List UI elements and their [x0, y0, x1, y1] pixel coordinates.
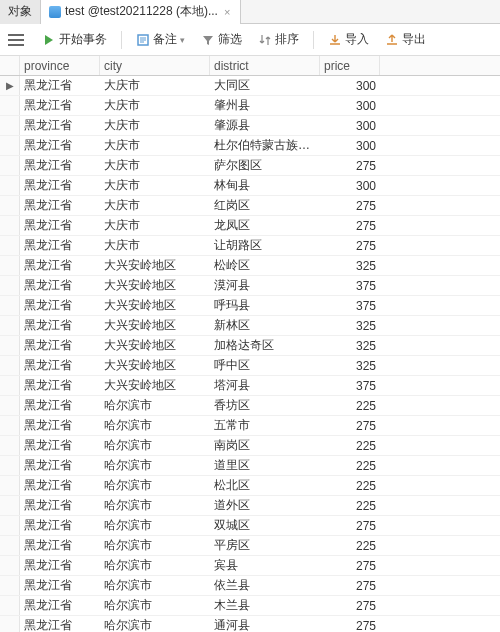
- cell-district[interactable]: 香坊区: [210, 397, 320, 414]
- cell-price[interactable]: 300: [320, 139, 380, 153]
- table-row[interactable]: 黑龙江省大兴安岭地区松岭区325: [0, 256, 500, 276]
- cell-province[interactable]: 黑龙江省: [20, 417, 100, 434]
- import-button[interactable]: 导入: [322, 28, 375, 51]
- cell-city[interactable]: 哈尔滨市: [100, 437, 210, 454]
- table-row[interactable]: 黑龙江省哈尔滨市依兰县275: [0, 576, 500, 596]
- cell-price[interactable]: 225: [320, 499, 380, 513]
- table-row[interactable]: 黑龙江省大兴安岭地区新林区325: [0, 316, 500, 336]
- table-row[interactable]: 黑龙江省哈尔滨市双城区275: [0, 516, 500, 536]
- cell-city[interactable]: 哈尔滨市: [100, 397, 210, 414]
- cell-city[interactable]: 大兴安岭地区: [100, 317, 210, 334]
- cell-district[interactable]: 新林区: [210, 317, 320, 334]
- cell-district[interactable]: 宾县: [210, 557, 320, 574]
- cell-province[interactable]: 黑龙江省: [20, 377, 100, 394]
- tab-objects[interactable]: 对象: [0, 0, 41, 24]
- cell-city[interactable]: 大兴安岭地区: [100, 297, 210, 314]
- cell-district[interactable]: 肇源县: [210, 117, 320, 134]
- table-row[interactable]: 黑龙江省哈尔滨市香坊区225: [0, 396, 500, 416]
- cell-city[interactable]: 大庆市: [100, 157, 210, 174]
- cell-province[interactable]: 黑龙江省: [20, 437, 100, 454]
- close-icon[interactable]: ×: [222, 6, 232, 18]
- cell-province[interactable]: 黑龙江省: [20, 197, 100, 214]
- cell-price[interactable]: 275: [320, 519, 380, 533]
- cell-price[interactable]: 300: [320, 79, 380, 93]
- cell-city[interactable]: 大庆市: [100, 137, 210, 154]
- cell-district[interactable]: 通河县: [210, 617, 320, 632]
- cell-price[interactable]: 325: [320, 359, 380, 373]
- table-row[interactable]: 黑龙江省大庆市肇州县300: [0, 96, 500, 116]
- table-row[interactable]: 黑龙江省大兴安岭地区漠河县375: [0, 276, 500, 296]
- cell-district[interactable]: 让胡路区: [210, 237, 320, 254]
- cell-province[interactable]: 黑龙江省: [20, 137, 100, 154]
- cell-price[interactable]: 375: [320, 299, 380, 313]
- cell-province[interactable]: 黑龙江省: [20, 557, 100, 574]
- cell-price[interactable]: 275: [320, 619, 380, 633]
- table-row[interactable]: 黑龙江省大庆市肇源县300: [0, 116, 500, 136]
- tab-table[interactable]: test @test20211228 (本地)... ×: [41, 0, 241, 24]
- table-row[interactable]: 黑龙江省哈尔滨市宾县275: [0, 556, 500, 576]
- cell-city[interactable]: 大庆市: [100, 217, 210, 234]
- cell-province[interactable]: 黑龙江省: [20, 497, 100, 514]
- table-row[interactable]: 黑龙江省大兴安岭地区呼玛县375: [0, 296, 500, 316]
- cell-city[interactable]: 大庆市: [100, 77, 210, 94]
- table-row[interactable]: 黑龙江省哈尔滨市南岗区225: [0, 436, 500, 456]
- cell-city[interactable]: 大庆市: [100, 237, 210, 254]
- cell-city[interactable]: 大兴安岭地区: [100, 337, 210, 354]
- cell-price[interactable]: 375: [320, 379, 380, 393]
- cell-district[interactable]: 龙凤区: [210, 217, 320, 234]
- cell-district[interactable]: 杜尔伯特蒙古族自治县: [210, 137, 320, 154]
- begin-transaction-button[interactable]: 开始事务: [36, 28, 113, 51]
- cell-district[interactable]: 道里区: [210, 457, 320, 474]
- menu-icon[interactable]: [8, 34, 24, 46]
- cell-city[interactable]: 哈尔滨市: [100, 457, 210, 474]
- cell-price[interactable]: 275: [320, 579, 380, 593]
- cell-province[interactable]: 黑龙江省: [20, 97, 100, 114]
- cell-district[interactable]: 五常市: [210, 417, 320, 434]
- column-header-province[interactable]: province: [20, 56, 100, 75]
- cell-province[interactable]: 黑龙江省: [20, 477, 100, 494]
- table-row[interactable]: 黑龙江省哈尔滨市通河县275: [0, 616, 500, 632]
- cell-price[interactable]: 325: [320, 259, 380, 273]
- cell-district[interactable]: 南岗区: [210, 437, 320, 454]
- cell-city[interactable]: 哈尔滨市: [100, 577, 210, 594]
- table-row[interactable]: 黑龙江省哈尔滨市五常市275: [0, 416, 500, 436]
- table-row[interactable]: 黑龙江省大庆市红岗区275: [0, 196, 500, 216]
- cell-price[interactable]: 375: [320, 279, 380, 293]
- cell-price[interactable]: 225: [320, 439, 380, 453]
- cell-district[interactable]: 松北区: [210, 477, 320, 494]
- column-header-price[interactable]: price: [320, 56, 380, 75]
- cell-price[interactable]: 225: [320, 399, 380, 413]
- cell-district[interactable]: 松岭区: [210, 257, 320, 274]
- cell-district[interactable]: 漠河县: [210, 277, 320, 294]
- cell-district[interactable]: 木兰县: [210, 597, 320, 614]
- cell-price[interactable]: 225: [320, 479, 380, 493]
- cell-price[interactable]: 325: [320, 319, 380, 333]
- cell-price[interactable]: 275: [320, 599, 380, 613]
- cell-district[interactable]: 肇州县: [210, 97, 320, 114]
- cell-province[interactable]: 黑龙江省: [20, 337, 100, 354]
- cell-price[interactable]: 275: [320, 199, 380, 213]
- table-row[interactable]: 黑龙江省哈尔滨市道里区225: [0, 456, 500, 476]
- table-row[interactable]: 黑龙江省大庆市萨尔图区275: [0, 156, 500, 176]
- table-row[interactable]: 黑龙江省大兴安岭地区加格达奇区325: [0, 336, 500, 356]
- cell-province[interactable]: 黑龙江省: [20, 177, 100, 194]
- cell-city[interactable]: 大兴安岭地区: [100, 357, 210, 374]
- cell-price[interactable]: 275: [320, 559, 380, 573]
- cell-province[interactable]: 黑龙江省: [20, 617, 100, 632]
- filter-button[interactable]: 筛选: [195, 28, 248, 51]
- cell-district[interactable]: 呼中区: [210, 357, 320, 374]
- cell-district[interactable]: 加格达奇区: [210, 337, 320, 354]
- cell-province[interactable]: 黑龙江省: [20, 77, 100, 94]
- cell-district[interactable]: 大同区: [210, 77, 320, 94]
- cell-province[interactable]: 黑龙江省: [20, 517, 100, 534]
- sort-button[interactable]: 排序: [252, 28, 305, 51]
- cell-province[interactable]: 黑龙江省: [20, 157, 100, 174]
- cell-city[interactable]: 大庆市: [100, 177, 210, 194]
- cell-city[interactable]: 哈尔滨市: [100, 557, 210, 574]
- table-row[interactable]: 黑龙江省大兴安岭地区塔河县375: [0, 376, 500, 396]
- cell-city[interactable]: 大庆市: [100, 97, 210, 114]
- cell-district[interactable]: 林甸县: [210, 177, 320, 194]
- cell-city[interactable]: 哈尔滨市: [100, 477, 210, 494]
- table-row[interactable]: 黑龙江省大庆市龙凤区275: [0, 216, 500, 236]
- cell-district[interactable]: 道外区: [210, 497, 320, 514]
